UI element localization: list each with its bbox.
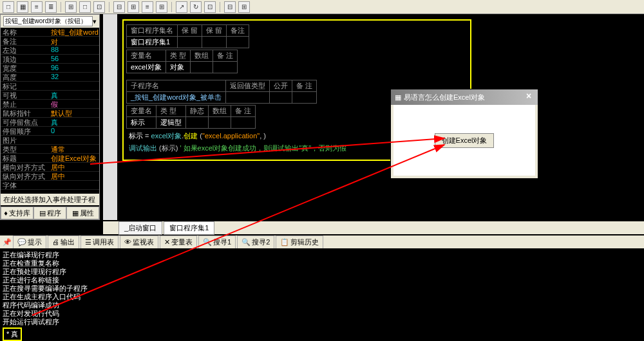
- tab-start-window[interactable]: _启动窗口: [118, 221, 162, 235]
- output-line: 开始运行调试程序: [3, 318, 641, 326]
- program-tab[interactable]: ▤程序: [33, 207, 66, 219]
- tool-btn[interactable]: ▦: [17, 1, 28, 13]
- output-line: 程序代码编译成功: [3, 301, 641, 309]
- prop-key: 字体: [1, 181, 49, 189]
- prop-value[interactable]: 默认型: [49, 109, 99, 117]
- prop-key: 鼠标指针: [1, 109, 49, 117]
- property-tab[interactable]: ▦属性: [66, 207, 99, 219]
- out-tab-watch[interactable]: 👁监视表: [120, 235, 158, 249]
- prop-value[interactable]: 88: [49, 46, 99, 54]
- output-pane[interactable]: 正在编译现行程序正在检查重复名称正在预处理现行程序正在进行名称链接正在搜寻需要编…: [0, 248, 644, 341]
- prop-value[interactable]: 居中: [49, 172, 99, 180]
- prop-value[interactable]: 居中: [49, 163, 99, 171]
- tab-window-set[interactable]: 窗口程序集1: [164, 221, 214, 235]
- prop-value[interactable]: 56: [49, 55, 99, 63]
- support-lib-tab[interactable]: ♦支持库: [1, 207, 33, 219]
- tool-btn[interactable]: ⊞: [65, 1, 77, 13]
- out-tab-tips[interactable]: 💬提示: [13, 235, 46, 249]
- tool-btn[interactable]: ⊟: [113, 1, 125, 13]
- prop-value[interactable]: [49, 136, 99, 144]
- prop-value[interactable]: 96: [49, 64, 99, 72]
- tool-btn[interactable]: ⊞: [156, 1, 167, 13]
- out-tab-search1[interactable]: 🔍搜寻1: [198, 235, 236, 249]
- prop-key: 左边: [1, 46, 49, 54]
- debug-result: * 真: [3, 327, 22, 341]
- object-dropdown[interactable]: 按钮_创建word对象（按钮）: [3, 16, 93, 26]
- main-toolbar: □ ▦ ≡ ≣ ⊞ □ ⊡ ⊟ ⊞ ≡ ⊞ ↗ ↻ ⊡ ⊟ ⊞: [0, 0, 644, 14]
- prop-value[interactable]: [49, 181, 99, 189]
- output-line: 正在对发现行代码: [3, 309, 641, 318]
- property-pane: 按钮_创建word对象（按钮） ▾ 名称按钮_创建word对备注左边88顶边56…: [0, 14, 100, 220]
- out-tab-search2[interactable]: 🔍搜寻2: [237, 235, 274, 249]
- gutter: [103, 14, 117, 220]
- pin-icon[interactable]: 📌: [3, 238, 12, 246]
- tool-btn[interactable]: □: [3, 1, 14, 13]
- prop-key: 类型: [1, 145, 49, 153]
- prop-key: 可视: [1, 91, 49, 99]
- prop-value[interactable]: [49, 82, 99, 90]
- app-icon: ▦: [395, 93, 401, 102]
- prop-value[interactable]: 假: [49, 100, 99, 108]
- create-excel-button[interactable]: 创建Excel对象: [435, 133, 495, 148]
- prop-value[interactable]: 真: [49, 118, 99, 126]
- tool-btn[interactable]: ⊟: [224, 1, 236, 13]
- tool-btn[interactable]: ⊞: [238, 1, 250, 13]
- tool-btn[interactable]: ⊞: [128, 1, 139, 13]
- prop-key: 纵向对齐方式: [1, 172, 49, 180]
- out-tab-vars[interactable]: ✕变量表: [160, 235, 197, 249]
- prop-key: 标记: [1, 82, 49, 90]
- prop-key: 标题: [1, 154, 49, 162]
- close-icon[interactable]: ×: [522, 91, 535, 102]
- tool-btn[interactable]: □: [79, 1, 91, 13]
- out-tab-clip[interactable]: 📋剪辑历史: [276, 235, 323, 249]
- out-tab-calls[interactable]: ☰调用表: [80, 235, 118, 249]
- tool-btn[interactable]: ≡: [142, 1, 153, 13]
- prop-key: 备注: [1, 37, 49, 45]
- prop-key: 横向对齐方式: [1, 163, 49, 171]
- prop-key: 名称: [1, 28, 49, 36]
- prop-key: 图片: [1, 136, 49, 144]
- output-toolbar: 📌 💬提示 🖨输出 ☰调用表 👁监视表 ✕变量表 🔍搜寻1 🔍搜寻2 📋剪辑历史: [0, 235, 644, 248]
- output-line: 正在预处理现行程序: [3, 268, 641, 276]
- editor-tabs: _启动窗口 窗口程序集1: [103, 221, 644, 234]
- dialog-title: 易语言怎么创建Excel对象: [404, 93, 485, 102]
- event-hint: 在此处选择加入事件处理子程序: [1, 194, 99, 205]
- tool-btn[interactable]: ↗: [176, 1, 187, 13]
- prop-value[interactable]: [49, 37, 99, 45]
- tool-btn[interactable]: ⊡: [93, 1, 105, 13]
- prop-key: 禁止: [1, 100, 49, 108]
- output-line: 正在生成主程序入口代码: [3, 293, 641, 301]
- output-line: 正在编译现行程序: [3, 251, 641, 259]
- prop-key: 高度: [1, 73, 49, 81]
- prop-key: 宽度: [1, 64, 49, 72]
- tool-btn[interactable]: ⊡: [204, 1, 216, 13]
- tool-btn[interactable]: ≡: [31, 1, 43, 13]
- tool-btn[interactable]: ≣: [45, 1, 57, 13]
- prop-value[interactable]: 真: [49, 91, 99, 99]
- runtime-dialog: ▦ 易语言怎么创建Excel对象 × 创建Excel对象: [390, 89, 538, 179]
- output-line: 正在进行名称链接: [3, 276, 641, 284]
- output-line: 正在检查重复名称: [3, 259, 641, 268]
- prop-key: 顶边: [1, 55, 49, 63]
- prop-value[interactable]: 32: [49, 73, 99, 81]
- prop-value[interactable]: 0: [49, 127, 99, 135]
- prop-value[interactable]: 通常: [49, 145, 99, 153]
- prop-key: 停留顺序: [1, 127, 49, 135]
- tool-btn[interactable]: ↻: [190, 1, 202, 13]
- out-tab-output[interactable]: 🖨输出: [48, 235, 79, 249]
- prop-value[interactable]: 创建Excel对象: [49, 154, 99, 162]
- code-editor[interactable]: 窗口程序集名保 留保 留备注 窗口程序集1 变量名类 型数组备 注 excel对…: [103, 14, 644, 220]
- output-line: 正在搜寻需要编译的子程序: [3, 284, 641, 293]
- prop-value[interactable]: 按钮_创建word对: [49, 28, 99, 36]
- prop-key: 可停留焦点: [1, 118, 49, 126]
